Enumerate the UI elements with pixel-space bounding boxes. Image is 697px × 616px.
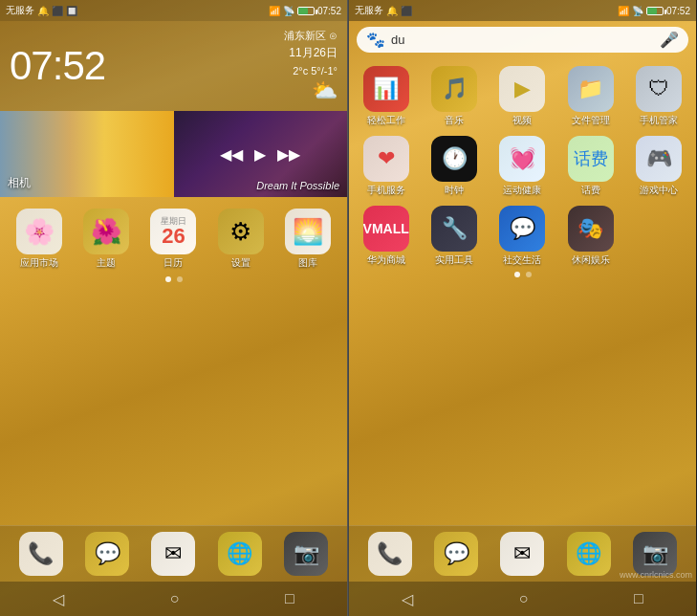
app-icon-clock[interactable]: 🕐 时钟	[423, 136, 485, 196]
app-icon-theme[interactable]: 🌺 主题	[75, 209, 138, 269]
social-icon: 💬	[510, 216, 535, 241]
backup-icon-img: 话费	[568, 136, 614, 182]
dock-sms[interactable]: 💬	[85, 532, 129, 576]
no-service-right: 无服务	[355, 4, 383, 17]
phone-icon: 📞	[28, 541, 54, 566]
appstore-label: 应用市场	[20, 257, 58, 269]
app-icon-phoneservice[interactable]: ❤ 手机服务	[355, 136, 417, 196]
app-icon-gamecenter[interactable]: 🎮 游戏中心	[628, 136, 690, 196]
signal-icon-left: 📡	[283, 6, 294, 16]
notif-icon-r2: ⬛	[401, 6, 412, 16]
settings-gear-icon: ⚙	[229, 217, 251, 247]
recents-button-left[interactable]: □	[285, 590, 294, 607]
calendar-label: 日历	[163, 257, 183, 269]
right-dock-browser[interactable]: 🌐	[567, 532, 611, 576]
battery-right	[646, 7, 664, 15]
no-service-left: 无服务	[6, 4, 34, 17]
weather-cloud-icon: ⛅	[284, 78, 338, 103]
gamecenter-icon: 🎮	[646, 146, 672, 171]
play-button[interactable]: ▶	[254, 145, 266, 164]
left-status-right: 📶 📡 07:52	[269, 6, 341, 16]
weather-date: 11月26日	[284, 45, 338, 61]
left-phone-screen: 无服务 🔔 ⬛ 🔲 📶 📡 07:52 07:52 浦东新区 ⊙ 11月26日 …	[0, 0, 348, 616]
music-title: Dream It Possible	[256, 180, 339, 191]
app-icon-backup[interactable]: 话费 话费	[559, 136, 621, 196]
right-phone-icon: 📞	[377, 541, 403, 566]
home-button-right[interactable]: ○	[519, 590, 529, 607]
app-icon-calendar[interactable]: 星期日 26 日历	[142, 209, 205, 269]
app-icon-social[interactable]: 💬 社交生活	[491, 206, 554, 266]
mic-icon[interactable]: 🎤	[660, 31, 679, 49]
app-icon-appstore[interactable]: 🌸 应用市场	[8, 209, 71, 269]
settings-label: 设置	[231, 257, 250, 269]
left-page-dots	[0, 273, 347, 286]
music-controls: ◀◀ ▶ ▶▶	[220, 145, 300, 164]
dock-camera[interactable]: 📷	[284, 532, 328, 576]
prev-button[interactable]: ◀◀	[220, 145, 243, 164]
right-status-right: 📶 📡 07:52	[618, 6, 690, 16]
right-dot-1	[514, 272, 520, 277]
right-dock-email[interactable]: ✉	[500, 532, 544, 576]
appstore-icon-img: 🌸	[16, 209, 62, 254]
calendar-icon-img: 星期日 26	[150, 209, 196, 254]
work-icon-img: 📊	[363, 66, 409, 112]
app-icon-music[interactable]: 🎵 音乐	[423, 66, 485, 126]
music-card[interactable]: ◀◀ ▶ ▶▶ Dream It Possible	[174, 111, 348, 197]
tools-icon: 🔧	[442, 216, 468, 241]
app-icon-vmall[interactable]: VMALL 华为商城	[355, 206, 417, 266]
search-bar[interactable]: 🐾 du 🎤	[357, 27, 688, 53]
browser-icon: 🌐	[227, 541, 252, 566]
dot-2	[177, 276, 183, 282]
right-app-grid-row2: ❤ 手机服务 🕐 时钟 💓 运动健康 话费 话费 🎮 游戏中心	[349, 128, 696, 198]
right-browser-icon: 🌐	[576, 541, 601, 566]
back-button-left[interactable]: ◁	[53, 590, 64, 608]
signal-icon-right: 📡	[632, 6, 643, 16]
tools-icon-img: 🔧	[431, 206, 477, 252]
theme-icon-img: 🌺	[83, 209, 129, 254]
app-icon-tools[interactable]: 🔧 实用工具	[423, 206, 485, 266]
right-dock-sms[interactable]: 💬	[434, 532, 478, 576]
video-icon-img: ▶	[499, 66, 545, 112]
email-icon: ✉	[164, 541, 182, 566]
dock-email[interactable]: ✉	[151, 532, 195, 576]
app-icon-health[interactable]: 💓 运动健康	[491, 136, 554, 196]
video-label: 视频	[512, 115, 532, 126]
right-phone-screen: 无服务 🔔 ⬛ 📶 📡 07:52 🐾 du 🎤 📊 轻松工作 🎵	[348, 0, 696, 616]
time-left: 07:52	[317, 6, 341, 16]
recents-button-right[interactable]: □	[634, 590, 643, 607]
phonemanager-label: 手机管家	[640, 115, 678, 126]
back-button-right[interactable]: ◁	[402, 590, 413, 608]
search-input[interactable]: du	[391, 33, 654, 47]
gallery-icon: 🌅	[293, 217, 323, 247]
right-dot-2	[526, 272, 532, 277]
app-icon-work[interactable]: 📊 轻松工作	[355, 66, 417, 126]
right-dock-phone[interactable]: 📞	[368, 532, 412, 576]
app-icon-settings[interactable]: ⚙ 设置	[209, 209, 272, 269]
camera-card[interactable]: 相机	[0, 111, 174, 197]
dock-phone[interactable]: 📞	[19, 532, 63, 576]
left-dock: 📞 💬 ✉ 🌐 📷	[0, 525, 347, 582]
app-icon-phonemanager[interactable]: 🛡 手机管家	[628, 66, 690, 126]
app-icon-entertainment[interactable]: 🎭 休闲娱乐	[559, 206, 621, 266]
right-status-bar: 无服务 🔔 ⬛ 📶 📡 07:52	[349, 0, 696, 21]
clock-label: 时钟	[445, 185, 464, 196]
phoneservice-icon-img: ❤	[363, 136, 409, 182]
next-button[interactable]: ▶▶	[277, 145, 300, 164]
left-nav-bar: ◁ ○ □	[0, 582, 347, 616]
app-icon-gallery[interactable]: 🌅 图库	[276, 209, 339, 269]
baidu-search-icon: 🐾	[366, 31, 385, 49]
right-sms-icon: 💬	[444, 541, 469, 566]
app-icon-files[interactable]: 📁 文件管理	[559, 66, 621, 126]
social-label: 社交生活	[503, 254, 541, 266]
right-status-left: 无服务 🔔 ⬛	[355, 4, 412, 17]
backup-icon: 话费	[574, 147, 608, 170]
sms-icon: 💬	[95, 541, 120, 566]
right-app-grid-row1: 📊 轻松工作 🎵 音乐 ▶ 视频 📁 文件管理 🛡 手机管家	[349, 58, 696, 128]
home-button-left[interactable]: ○	[170, 590, 180, 607]
app-icon-video[interactable]: ▶ 视频	[491, 66, 554, 126]
camera-label: 相机	[8, 175, 31, 191]
files-icon: 📁	[577, 77, 603, 101]
dock-browser[interactable]: 🌐	[218, 532, 262, 576]
left-app-grid: 🌸 应用市场 🌺 主题 星期日 26 日历 ⚙	[0, 197, 347, 273]
left-wallpaper: 🌸 应用市场 🌺 主题 星期日 26 日历 ⚙	[0, 197, 347, 388]
